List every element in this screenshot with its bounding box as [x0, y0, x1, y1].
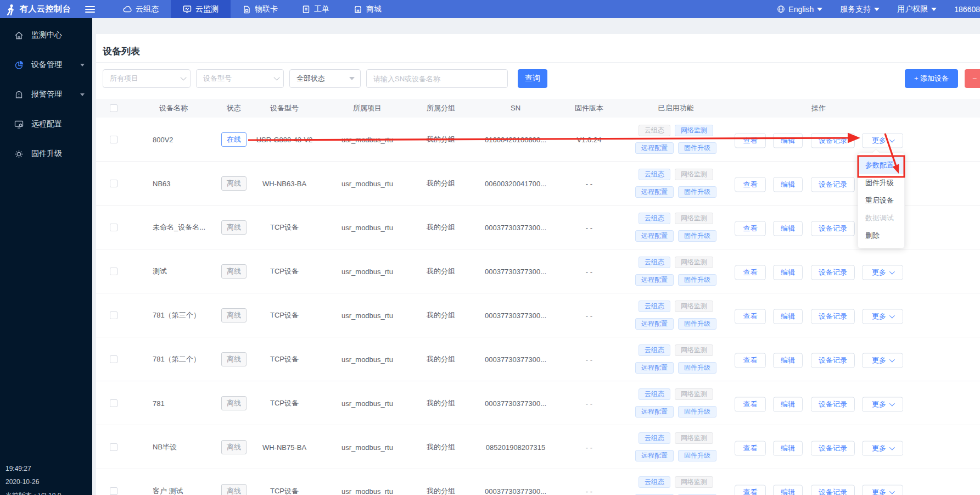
edit-button[interactable]: 编辑 — [773, 309, 803, 324]
device-record-button[interactable]: 设备记录 — [811, 309, 855, 324]
search-input[interactable] — [373, 75, 501, 83]
feature-badges-line: 云组态网络监测 — [639, 213, 713, 224]
device-name: 客户 测试 — [153, 486, 183, 495]
device-model: TCP设备 — [270, 266, 299, 276]
tab-store[interactable]: 商城 — [341, 0, 394, 18]
edit-button[interactable]: 编辑 — [773, 353, 803, 368]
device-record-button[interactable]: 设备记录 — [811, 265, 855, 280]
view-button[interactable]: 查看 — [735, 133, 766, 148]
service-support-menu[interactable]: 服务支持 — [831, 4, 888, 14]
feature-badge: 云组态 — [639, 432, 670, 444]
firmware-version: - - — [586, 267, 592, 275]
edit-button[interactable]: 编辑 — [773, 265, 803, 280]
feature-badges-line: 云组态网络监测 — [639, 344, 713, 356]
chevron-down-icon — [889, 313, 895, 318]
feature-badge: 远程配置 — [635, 450, 674, 461]
sidebar-item-monitor-center[interactable]: 监测中心 — [0, 24, 92, 46]
status-badge: 离线 — [221, 440, 247, 454]
device-record-button[interactable]: 设备记录 — [811, 221, 855, 236]
edit-button[interactable]: 编辑 — [773, 485, 803, 495]
device-record-button[interactable]: 设备记录 — [811, 177, 855, 192]
tab-cloud-monitor[interactable]: 云监测 — [171, 0, 231, 18]
row-checkbox[interactable] — [110, 312, 117, 319]
view-button[interactable]: 查看 — [735, 177, 766, 192]
account-number[interactable]: 186608 — [945, 5, 980, 14]
query-button[interactable]: 查询 — [518, 69, 547, 88]
tab-work-order[interactable]: 工单 — [290, 0, 341, 18]
more-button[interactable]: 更多 — [862, 441, 903, 455]
feature-badges-line: 远程配置固件升级 — [635, 230, 716, 242]
row-checkbox[interactable] — [110, 355, 117, 363]
device-model-select[interactable]: 设备型号 — [196, 69, 284, 88]
sidebar-item-alarm-management[interactable]: 报警管理 — [0, 84, 92, 105]
row-checkbox[interactable] — [110, 224, 117, 231]
delete-device-button[interactable]: − — [965, 69, 980, 88]
row-checkbox[interactable] — [110, 443, 117, 451]
status-badge: 离线 — [221, 308, 247, 322]
tab-iot-sim[interactable]: 物联卡 — [231, 0, 290, 18]
user-permission-menu[interactable]: 用户权限 — [888, 4, 945, 14]
firmware-version: - - — [586, 399, 592, 407]
more-button[interactable]: 更多 — [862, 133, 903, 148]
feature-badge: 远程配置 — [635, 230, 674, 242]
feature-badge: 云组态 — [639, 257, 670, 268]
menu-item-delete[interactable]: 删除 — [858, 227, 904, 244]
menu-item-firmware-upgrade[interactable]: 固件升级 — [858, 174, 904, 192]
row-checkbox[interactable] — [110, 136, 117, 143]
project-select[interactable]: 所有项目 — [103, 69, 191, 88]
more-button[interactable]: 更多 — [862, 397, 903, 411]
more-button[interactable]: 更多 — [862, 309, 903, 324]
add-device-button[interactable]: + 添加设备 — [905, 69, 958, 88]
sidebar-item-remote-config[interactable]: 远程配置 — [0, 113, 92, 135]
firmware-version: - - — [586, 487, 592, 495]
edit-button[interactable]: 编辑 — [773, 221, 803, 236]
feature-badges-line: 远程配置固件升级 — [635, 274, 716, 286]
chevron-down-icon — [874, 8, 880, 11]
edit-button[interactable]: 编辑 — [773, 133, 803, 148]
feature-badge: 固件升级 — [678, 142, 716, 154]
view-button[interactable]: 查看 — [735, 309, 766, 324]
edit-button[interactable]: 编辑 — [773, 177, 803, 192]
row-checkbox[interactable] — [110, 180, 117, 187]
view-button[interactable]: 查看 — [735, 265, 766, 280]
language-switch[interactable]: English — [768, 5, 831, 14]
view-button[interactable]: 查看 — [735, 221, 766, 236]
firmware-version: - - — [586, 311, 592, 319]
device-sn: 00037730377300... — [485, 311, 546, 319]
menu-item-parameter-config[interactable]: 参数配置 — [858, 157, 904, 174]
device-record-button[interactable]: 设备记录 — [811, 485, 855, 495]
device-model: TCP设备 — [270, 354, 299, 364]
device-record-button[interactable]: 设备记录 — [811, 133, 855, 148]
feature-badge: 固件升级 — [678, 318, 716, 330]
device-record-button[interactable]: 设备记录 — [811, 397, 855, 411]
feature-badge: 云组态 — [639, 388, 670, 400]
menu-item-restart-device[interactable]: 重启设备 — [858, 192, 904, 209]
more-button[interactable]: 更多 — [862, 353, 903, 368]
view-button[interactable]: 查看 — [735, 485, 766, 495]
row-checkbox[interactable] — [110, 487, 117, 495]
status-select[interactable]: 全部状态 — [289, 69, 361, 88]
sn-search-field[interactable] — [366, 69, 508, 88]
feature-badge: 云组态 — [639, 476, 670, 488]
group-name: 我的分组 — [427, 486, 455, 495]
chevron-down-icon — [889, 269, 895, 274]
view-button[interactable]: 查看 — [735, 397, 766, 411]
edit-button[interactable]: 编辑 — [773, 441, 803, 455]
tab-cloud-scada[interactable]: 云组态 — [110, 0, 171, 18]
device-record-button[interactable]: 设备记录 — [811, 353, 855, 368]
menu-collapse-icon[interactable] — [85, 6, 95, 13]
select-all-checkbox[interactable] — [110, 104, 117, 112]
row-checkbox[interactable] — [110, 399, 117, 407]
device-record-button[interactable]: 设备记录 — [811, 441, 855, 455]
view-button[interactable]: 查看 — [735, 441, 766, 455]
edit-button[interactable]: 编辑 — [773, 397, 803, 411]
sidebar-item-device-management[interactable]: 设备管理 — [0, 54, 92, 76]
view-button[interactable]: 查看 — [735, 353, 766, 368]
more-button[interactable]: 更多 — [862, 485, 903, 495]
device-model: TCP设备 — [270, 398, 299, 408]
more-button[interactable]: 更多 — [862, 265, 903, 280]
row-checkbox[interactable] — [110, 268, 117, 275]
sidebar-item-firmware-upgrade[interactable]: 固件升级 — [0, 143, 92, 165]
project-name: usr_modbus_rtu — [341, 487, 393, 495]
table-row: NB毕设离线WH-NB75-BAusr_modbus_rtu我的分组085201… — [96, 425, 980, 469]
